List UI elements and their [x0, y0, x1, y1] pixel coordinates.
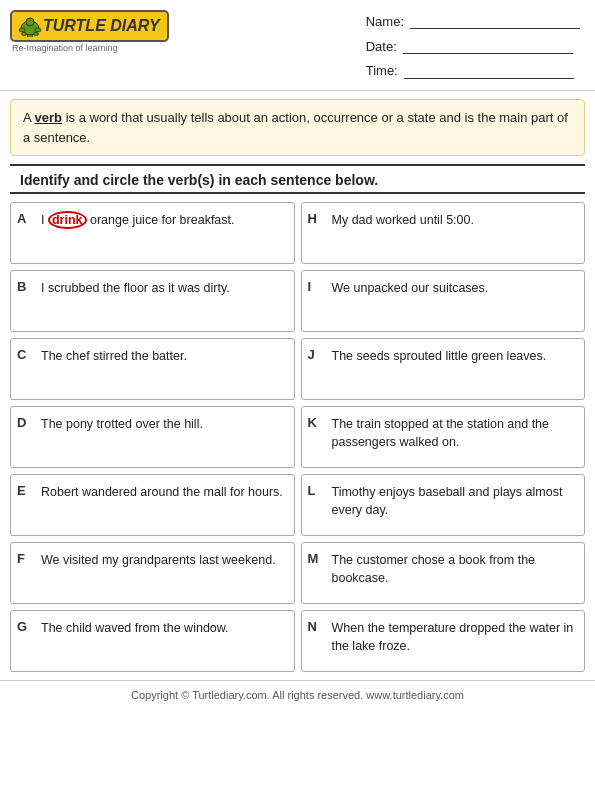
card-label-A: A [17, 211, 35, 226]
card-label-L: L [308, 483, 326, 498]
card-label-G: G [17, 619, 35, 634]
card-label-K: K [308, 415, 326, 430]
sentence-card-A: A I drink orange juice for breakfast. [10, 202, 295, 264]
date-row: Date: [366, 35, 580, 60]
sentence-card-F: F We visited my grandparents last weeken… [10, 542, 295, 604]
sentence-card-B: B I scrubbed the floor as it was dirty. [10, 270, 295, 332]
name-line [410, 15, 580, 29]
svg-point-1 [26, 18, 34, 26]
logo-text: TURTLE DIARY [43, 17, 160, 35]
sentence-card-D: D The pony trotted over the hill. [10, 406, 295, 468]
turtle-icon [17, 15, 43, 37]
definition-prefix: A [23, 110, 35, 125]
card-text-E: Robert wandered around the mall for hour… [41, 483, 283, 501]
footer: Copyright © Turtlediary.com. All rights … [0, 680, 595, 706]
date-line [403, 40, 573, 54]
sentence-card-C: C The chef stirred the batter. [10, 338, 295, 400]
card-text-N: When the temperature dropped the water i… [332, 619, 577, 655]
card-text-I: We unpacked our suitcases. [332, 279, 489, 297]
date-label: Date: [366, 35, 397, 60]
card-label-I: I [308, 279, 326, 294]
card-text-M: The customer chose a book from the bookc… [332, 551, 577, 587]
logo-box: TURTLE DIARY [10, 10, 169, 42]
name-label: Name: [366, 10, 404, 35]
card-text-L: Timothy enjoys baseball and plays almost… [332, 483, 577, 519]
logo-tagline: Re-Imagination of learning [12, 43, 118, 53]
card-text-K: The train stopped at the station and the… [332, 415, 577, 451]
svg-point-5 [34, 33, 39, 36]
time-line [404, 65, 574, 79]
sentence-card-N: N When the temperature dropped the water… [301, 610, 586, 672]
header: TURTLE DIARY Re-Imagination of learning … [0, 0, 595, 91]
svg-point-4 [22, 33, 27, 36]
card-label-B: B [17, 279, 35, 294]
definition-suffix: is a word that usually tells about an ac… [23, 110, 568, 145]
card-text-H: My dad worked until 5:00. [332, 211, 474, 229]
sentences-grid: A I drink orange juice for breakfast. H … [0, 202, 595, 672]
card-text-D: The pony trotted over the hill. [41, 415, 203, 433]
svg-point-2 [19, 28, 25, 32]
svg-point-3 [35, 28, 41, 32]
card-text-B: I scrubbed the floor as it was dirty. [41, 279, 230, 297]
card-text-C: The chef stirred the batter. [41, 347, 187, 365]
card-text-J: The seeds sprouted little green leaves. [332, 347, 547, 365]
sentence-card-K: K The train stopped at the station and t… [301, 406, 586, 468]
card-text-A: I drink orange juice for breakfast. [41, 211, 235, 229]
sentence-card-L: L Timothy enjoys baseball and plays almo… [301, 474, 586, 536]
logo-area: TURTLE DIARY Re-Imagination of learning [10, 10, 169, 53]
card-label-J: J [308, 347, 326, 362]
card-label-M: M [308, 551, 326, 566]
card-text-G: The child waved from the window. [41, 619, 229, 637]
sentence-card-I: I We unpacked our suitcases. [301, 270, 586, 332]
name-row: Name: [366, 10, 580, 35]
card-label-H: H [308, 211, 326, 226]
definition-verb: verb [35, 110, 62, 125]
card-label-F: F [17, 551, 35, 566]
time-row: Time: [366, 59, 580, 84]
sentence-card-J: J The seeds sprouted little green leaves… [301, 338, 586, 400]
card-label-E: E [17, 483, 35, 498]
card-label-C: C [17, 347, 35, 362]
sentence-card-E: E Robert wandered around the mall for ho… [10, 474, 295, 536]
time-label: Time: [366, 59, 398, 84]
instruction-text: Identify and circle the verb(s) in each … [10, 164, 585, 194]
card-label-N: N [308, 619, 326, 634]
sentence-card-M: M The customer chose a book from the boo… [301, 542, 586, 604]
name-fields: Name: Date: Time: [366, 10, 580, 84]
card-label-D: D [17, 415, 35, 430]
circled-verb-A: drink [48, 211, 87, 229]
sentence-card-G: G The child waved from the window. [10, 610, 295, 672]
svg-point-6 [27, 35, 33, 38]
card-text-F: We visited my grandparents last weekend. [41, 551, 276, 569]
definition-box: A verb is a word that usually tells abou… [10, 99, 585, 156]
sentence-card-H: H My dad worked until 5:00. [301, 202, 586, 264]
